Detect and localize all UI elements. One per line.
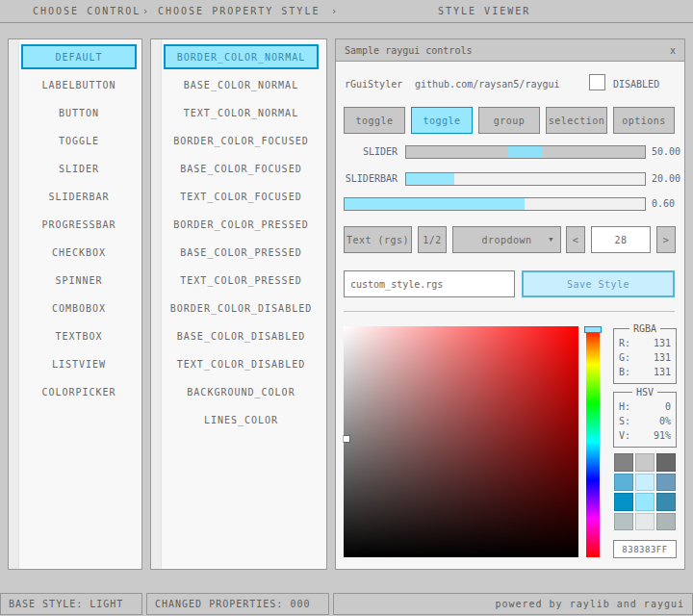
sliderbar[interactable]	[405, 172, 646, 186]
toggle-button-toggle-1[interactable]: toggle	[411, 107, 473, 134]
style-color-grid	[614, 453, 676, 530]
disabled-checkbox[interactable]	[589, 74, 605, 90]
control-item-button[interactable]: BUTTON	[21, 100, 137, 125]
control-item-slider[interactable]: SLIDER	[21, 156, 137, 181]
value-label: S:	[619, 414, 630, 428]
toggle-button-options-4[interactable]: options	[613, 107, 675, 134]
spinner-value-box[interactable]: 28	[591, 226, 651, 253]
hue-slider-handle[interactable]	[584, 326, 602, 333]
control-item-colorpicker[interactable]: COLORPICKER	[21, 379, 137, 404]
window-title: Sample raygui controls	[345, 39, 472, 62]
controls-list-scrollbar[interactable]	[9, 39, 19, 569]
sliderbar-fill	[406, 173, 454, 185]
slider-label: SLIDER	[336, 145, 398, 159]
control-item-labelbutton[interactable]: LABELBUTTON	[21, 72, 137, 97]
value-label: G:	[619, 350, 630, 365]
property-item-base_color_disabled[interactable]: BASE_COLOR_DISABLED	[164, 323, 319, 348]
hsv-title: HSV	[632, 387, 657, 398]
control-item-checkbox[interactable]: CHECKBOX	[21, 240, 137, 265]
style-color-swatch	[656, 474, 676, 492]
progress-value: 0.60	[652, 197, 675, 211]
half-button[interactable]: 1/2	[418, 226, 447, 253]
window-titlebar: Sample raygui controls x	[336, 39, 684, 62]
value-row: R:131	[619, 336, 671, 350]
close-icon[interactable]: x	[670, 39, 676, 62]
control-item-spinner[interactable]: SPINNER	[21, 268, 137, 293]
style-color-swatch	[656, 493, 676, 511]
property-item-text_color_normal[interactable]: TEXT_COLOR_NORMAL	[164, 100, 319, 125]
control-item-listview[interactable]: LISTVIEW	[21, 351, 137, 376]
value-row: V:91%	[619, 428, 671, 443]
style-color-swatch	[614, 474, 633, 492]
property-item-border_color_focused[interactable]: BORDER_COLOR_FOCUSED	[164, 128, 319, 153]
property-item-base_color_focused[interactable]: BASE_COLOR_FOCUSED	[164, 156, 319, 181]
status-powered-by: powered by raylib and raygui	[333, 593, 693, 615]
value-row: S:0%	[619, 414, 671, 428]
controls-list-panel: DEFAULTLABELBUTTONBUTTONTOGGLESLIDERSLID…	[8, 38, 142, 570]
properties-list-panel: BORDER_COLOR_NORMALBASE_COLOR_NORMALTEXT…	[150, 38, 327, 570]
value-number: 131	[654, 365, 671, 379]
value-label: R:	[619, 336, 630, 350]
control-item-progressbar[interactable]: PROGRESSBAR	[21, 212, 137, 237]
progressbar-fill	[345, 198, 525, 210]
property-item-border_color_pressed[interactable]: BORDER_COLOR_PRESSED	[164, 212, 319, 237]
divider	[344, 311, 675, 312]
control-item-default[interactable]: DEFAULT	[21, 44, 137, 69]
style-color-swatch	[656, 453, 676, 472]
property-item-lines_color[interactable]: LINES_COLOR	[164, 407, 319, 432]
styler-label: rGuiStyler	[345, 76, 402, 92]
style-color-swatch	[635, 453, 654, 472]
toggle-button-selection-3[interactable]: selection	[546, 107, 607, 134]
style-color-swatch	[614, 493, 633, 511]
property-item-border_color_normal[interactable]: BORDER_COLOR_NORMAL	[164, 44, 319, 69]
color-picker-cursor[interactable]	[344, 436, 349, 442]
value-row: B:131	[619, 365, 671, 379]
style-filename-input[interactable]: custom_style.rgs	[344, 270, 515, 297]
toggle-button-group-2[interactable]: group	[478, 107, 540, 134]
style-color-swatch	[635, 513, 654, 531]
color-picker-gradient[interactable]	[344, 326, 578, 557]
property-item-text_color_focused[interactable]: TEXT_COLOR_FOCUSED	[164, 184, 319, 209]
slider-value: 50.00	[652, 145, 680, 159]
style-color-swatch	[614, 513, 633, 531]
control-item-combobox[interactable]: COMBOBOX	[21, 295, 137, 321]
value-row: H:0	[619, 399, 671, 414]
control-item-textbox[interactable]: TEXTBOX	[21, 323, 137, 348]
hex-color-input[interactable]: 838383FF	[613, 540, 677, 558]
rgba-groupbox: RGBA R:131G:131B:131	[613, 328, 677, 384]
spinner-decrement-button[interactable]: <	[566, 226, 585, 253]
save-style-button[interactable]: Save Style	[522, 270, 675, 297]
property-item-border_color_disabled[interactable]: BORDER_COLOR_DISABLED	[164, 295, 319, 321]
value-number: 131	[654, 336, 671, 350]
control-item-toggle[interactable]: TOGGLE	[21, 128, 137, 153]
property-item-text_color_disabled[interactable]: TEXT_COLOR_DISABLED	[164, 351, 319, 376]
toggle-button-toggle-0[interactable]: toggle	[344, 107, 405, 134]
repo-link[interactable]: github.com/raysan5/raygui	[415, 76, 560, 92]
control-item-sliderbar[interactable]: SLIDERBAR	[21, 184, 137, 209]
chevron-down-icon: ▼	[549, 236, 553, 244]
rgba-values: R:131G:131B:131	[619, 336, 671, 379]
hue-slider[interactable]	[586, 326, 600, 557]
top-bar: CHOOSE CONTROL › CHOOSE PROPERTY STYLE ›…	[0, 0, 693, 23]
properties-list-scrollbar[interactable]	[151, 39, 162, 569]
property-item-base_color_normal[interactable]: BASE_COLOR_NORMAL	[164, 72, 319, 97]
spinner-increment-button[interactable]: >	[656, 226, 676, 253]
value-row: G:131	[619, 350, 671, 365]
sliderbar-value: 20.00	[652, 172, 680, 186]
sliderbar-label: SLIDERBAR	[336, 172, 398, 186]
status-base-style: BASE STYLE: LIGHT	[0, 593, 142, 615]
value-number: 0	[665, 399, 671, 414]
rgba-title: RGBA	[629, 323, 660, 334]
property-item-base_color_pressed[interactable]: BASE_COLOR_PRESSED	[164, 240, 319, 265]
property-item-text_color_pressed[interactable]: TEXT_COLOR_PRESSED	[164, 268, 319, 293]
breadcrumb-style-viewer: STYLE VIEWER	[438, 0, 530, 22]
dropdown-combobox[interactable]: dropdown ▼	[452, 226, 561, 253]
hsv-values: H:0S:0%V:91%	[619, 399, 671, 443]
hsv-groupbox: HSV H:0S:0%V:91%	[613, 392, 677, 448]
value-number: 91%	[654, 428, 671, 443]
property-item-background_color[interactable]: BACKGROUND_COLOR	[164, 379, 319, 404]
controls-list: DEFAULTLABELBUTTONBUTTONTOGGLESLIDERSLID…	[21, 41, 137, 407]
text-rgs-button[interactable]: Text (rgs)	[344, 226, 412, 253]
slider-handle[interactable]	[508, 146, 543, 158]
slider[interactable]	[405, 145, 646, 159]
